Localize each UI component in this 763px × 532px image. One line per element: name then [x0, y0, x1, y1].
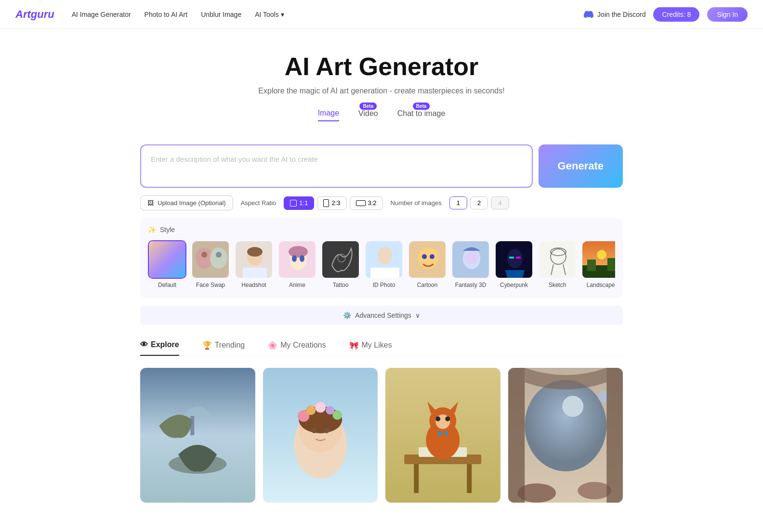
hero-subtitle: Explore the magic of AI art generation -…: [10, 87, 753, 95]
svg-rect-8: [243, 268, 267, 279]
style-sketch-thumb: [538, 240, 577, 279]
generator-container: Generate 🖼 Upload Image (Optional) Aspec…: [129, 144, 634, 325]
aspect-ratio-label: Aspect Ratio: [241, 199, 276, 207]
style-landscape[interactable]: Landscape: [581, 240, 615, 288]
explore-section: 👁 Explore 🏆 Trending 🌸 My Creations 🎀 My…: [129, 340, 634, 503]
nav-unblur-image[interactable]: Unblur Image: [201, 11, 241, 18]
style-fantasy3d[interactable]: Fantasty 3D: [451, 240, 490, 288]
style-anime-label: Anime: [289, 282, 305, 288]
discord-label: Join the Discord: [597, 11, 645, 18]
nav-ai-tools[interactable]: AI Tools ▾: [255, 11, 284, 18]
num-4[interactable]: 4: [491, 196, 509, 209]
nav-ai-image-generator[interactable]: AI Image Generator: [72, 11, 131, 18]
mode-tabs: Image Beta Video Beta Chat to image: [10, 109, 753, 121]
image-grid: [140, 368, 623, 503]
upload-icon: 🖼: [147, 199, 154, 207]
signin-button[interactable]: Sign In: [707, 7, 748, 22]
style-cyberpunk[interactable]: Cyberpunk: [495, 240, 533, 288]
svg-point-24: [422, 254, 427, 259]
trending-icon: 🏆: [202, 341, 212, 350]
discord-button[interactable]: Join the Discord: [584, 10, 645, 19]
image-card-2[interactable]: [263, 368, 378, 503]
svg-rect-20: [370, 268, 399, 279]
style-cartoon-label: Cartoon: [417, 282, 438, 288]
style-default-label: Default: [158, 282, 176, 288]
style-cyberpunk-thumb: [495, 240, 533, 279]
num-1[interactable]: 1: [449, 196, 467, 209]
svg-point-23: [418, 247, 439, 269]
tab-video[interactable]: Beta Video: [358, 109, 378, 121]
style-anime[interactable]: Anime: [278, 240, 316, 288]
image-card-3[interactable]: [385, 368, 500, 503]
ratio-2-3[interactable]: 2:3: [317, 196, 346, 210]
generate-button[interactable]: Generate: [539, 144, 623, 188]
svg-point-21: [379, 249, 391, 260]
svg-point-63: [324, 428, 329, 433]
svg-point-28: [465, 251, 478, 264]
style-headshot[interactable]: Headshot: [235, 240, 273, 288]
style-default[interactable]: Default: [148, 240, 186, 288]
my-creations-icon: 🌸: [268, 341, 277, 350]
style-faceswap-label: Face Swap: [196, 282, 225, 288]
style-tattoo[interactable]: Tattoo: [321, 240, 360, 288]
style-header: ✨ Style: [148, 226, 615, 234]
style-sketch-label: Sketch: [549, 282, 566, 288]
num-images-group: 1 2 4: [449, 196, 509, 209]
nav-photo-to-ai-art[interactable]: Photo to AI Art: [145, 11, 188, 18]
advanced-settings-button[interactable]: ⚙️ Advanced Settings ∨: [140, 306, 623, 325]
svg-rect-16: [322, 241, 360, 279]
ratio-3-2[interactable]: 3:2: [350, 196, 383, 210]
svg-rect-52: [190, 416, 194, 435]
hero-section: AI Art Generator Explore the magic of AI…: [0, 29, 763, 144]
credits-button[interactable]: Credits: 8: [653, 7, 699, 22]
explore-tab-my-likes[interactable]: 🎀 My Likes: [349, 340, 392, 356]
style-idphoto[interactable]: ID Photo: [365, 240, 403, 288]
style-fantasy3d-label: Fantasty 3D: [455, 282, 487, 288]
style-landscape-label: Landscape: [587, 282, 615, 288]
svg-point-73: [445, 416, 450, 421]
style-landscape-thumb: [581, 240, 615, 279]
explore-tab-trending[interactable]: 🏆 Trending: [202, 340, 245, 356]
svg-rect-66: [414, 464, 419, 493]
svg-rect-32: [516, 257, 521, 259]
logo[interactable]: Artguru: [15, 8, 54, 21]
svg-rect-33: [539, 241, 577, 279]
gen-row: Generate: [140, 144, 623, 188]
style-cyberpunk-label: Cyberpunk: [500, 282, 528, 288]
ratio-3-2-icon: [356, 200, 366, 206]
tab-chat-to-image[interactable]: Beta Chat to image: [397, 109, 446, 121]
style-section: ✨ Style Default Face Swap: [140, 218, 623, 298]
tab-image[interactable]: Image: [318, 109, 339, 121]
settings-icon: ⚙️: [343, 311, 351, 319]
svg-point-3: [210, 247, 227, 269]
svg-rect-41: [587, 260, 596, 271]
style-sketch[interactable]: Sketch: [538, 240, 577, 288]
image-card-1[interactable]: [140, 368, 255, 503]
svg-rect-31: [509, 257, 514, 259]
svg-point-61: [332, 410, 342, 420]
svg-point-10: [247, 247, 263, 257]
explore-tab-explore[interactable]: 👁 Explore: [140, 340, 179, 356]
discord-icon: [584, 10, 593, 19]
nav-right: Join the Discord Credits: 8 Sign In: [584, 7, 748, 22]
chat-beta-badge: Beta: [413, 103, 430, 110]
style-idphoto-label: ID Photo: [373, 282, 395, 288]
svg-point-79: [578, 482, 611, 499]
explore-tab-my-creations[interactable]: 🌸 My Creations: [268, 340, 326, 356]
image-card-4[interactable]: [508, 368, 623, 503]
style-faceswap[interactable]: Face Swap: [191, 240, 230, 288]
num-2[interactable]: 2: [470, 196, 488, 209]
style-headshot-thumb: [235, 240, 273, 279]
svg-point-59: [315, 402, 326, 413]
style-cartoon-thumb: [408, 240, 447, 279]
prompt-input[interactable]: [140, 144, 533, 188]
svg-point-62: [312, 428, 316, 433]
chevron-down-icon: ∨: [415, 311, 420, 319]
explore-icon: 👁: [140, 340, 148, 349]
ratio-2-3-icon: [323, 199, 329, 207]
upload-image-button[interactable]: 🖼 Upload Image (Optional): [140, 195, 233, 210]
svg-point-15: [300, 255, 304, 262]
style-idphoto-thumb: [365, 240, 403, 279]
style-cartoon[interactable]: Cartoon: [408, 240, 447, 288]
ratio-1-1[interactable]: 1:1: [284, 196, 314, 210]
